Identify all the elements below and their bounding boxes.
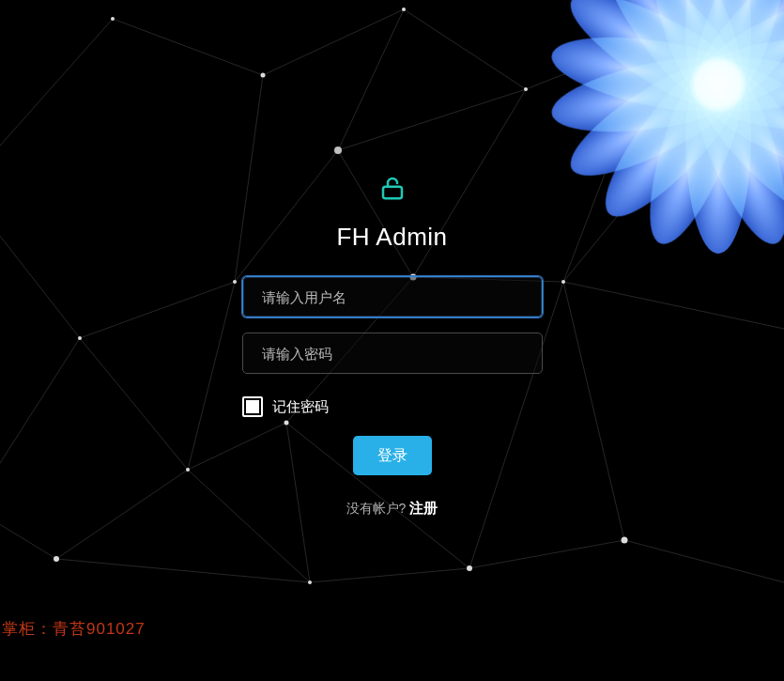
svg-line-2 [263,9,404,75]
svg-point-51 [622,537,628,544]
svg-line-11 [338,9,404,150]
svg-line-18 [188,282,235,470]
svg-line-28 [469,540,624,568]
remember-row: 记住密码 [242,396,543,417]
svg-line-33 [657,38,737,70]
svg-point-38 [524,87,528,91]
svg-line-16 [563,38,657,282]
login-button[interactable]: 登录 [353,436,432,475]
login-form: FH Admin 记住密码 登录 没有帐户? 注册 [242,174,543,518]
footer-credit: 掌柜：青苔901027 [2,618,146,640]
svg-line-26 [310,568,469,582]
svg-line-29 [563,282,624,540]
svg-point-36 [261,73,266,78]
svg-line-0 [0,19,113,188]
svg-line-4 [526,38,657,89]
svg-line-12 [338,89,526,150]
svg-line-19 [80,338,188,470]
username-input[interactable] [242,276,543,317]
signup-row: 没有帐户? 注册 [346,500,438,518]
svg-line-6 [0,188,80,338]
svg-line-31 [56,559,310,582]
remember-checkbox[interactable] [242,396,263,417]
svg-point-39 [655,36,659,39]
svg-point-47 [186,468,190,472]
svg-point-37 [402,8,406,11]
svg-line-32 [563,70,737,282]
svg-point-44 [233,280,237,284]
svg-point-49 [308,580,312,584]
svg-point-41 [334,147,342,154]
svg-line-30 [624,540,784,582]
app-title: FH Admin [336,223,447,252]
svg-line-8 [80,282,235,338]
svg-point-45 [78,336,82,340]
password-input[interactable] [242,333,543,374]
svg-rect-52 [383,187,402,199]
signup-link[interactable]: 注册 [409,500,438,518]
svg-line-5 [657,38,784,132]
svg-line-3 [404,9,526,89]
svg-line-17 [563,282,784,329]
svg-line-7 [0,338,80,507]
svg-line-1 [113,19,263,75]
svg-point-50 [467,565,472,571]
svg-line-21 [0,507,56,559]
svg-point-35 [111,17,115,21]
svg-line-20 [56,470,188,559]
remember-label: 记住密码 [272,398,329,416]
unlock-icon [378,174,407,206]
svg-point-40 [734,68,740,73]
flower-decoration [521,0,784,282]
svg-point-43 [561,280,565,284]
signup-prompt: 没有帐户? [346,501,407,518]
svg-point-48 [54,556,59,562]
